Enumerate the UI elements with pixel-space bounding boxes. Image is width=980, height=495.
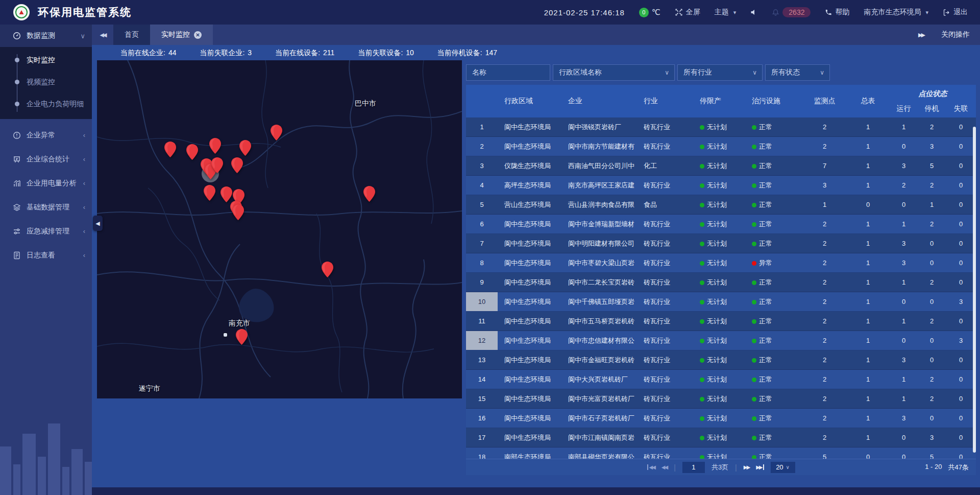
table-row[interactable]: 3仪陇生态环境局西南油气田分公司川中化工无计划正常71350 (466, 156, 976, 176)
tabs-scroll-left-button[interactable]: ◀◀ (92, 25, 113, 45)
datetime-display: 2021-02-25 17:46:18 (544, 8, 625, 17)
page-size-select[interactable]: 20 ∨ (771, 462, 795, 473)
sidebar-item-enterprise-statistics[interactable]: 企业综合统计 ‹ (0, 147, 92, 171)
table-row[interactable]: 13阆中生态环境局阆中市金福旺页岩机砖砖瓦行业无计划正常21300 (466, 350, 976, 370)
row-index: 17 (466, 428, 498, 447)
table-row[interactable]: 2阆中生态环境局阆中市南方节能建材有砖瓦行业无计划正常21030 (466, 137, 976, 156)
tabs-scroll-right-button[interactable]: ▶▶ (918, 32, 924, 38)
cell-monitor-points: 2 (803, 240, 846, 247)
table-row[interactable]: 16阆中生态环境局阆中市石子页岩机砖厂砖瓦行业无计划正常21300 (466, 409, 976, 428)
map-pin-icon[interactable] (231, 157, 243, 175)
cell-limit-status: 无计划 (700, 414, 752, 423)
cell-total-meters: 1 (846, 123, 890, 131)
last-page-button[interactable]: ▶▶ (756, 464, 764, 470)
name-search-input[interactable]: 名称 (466, 64, 550, 81)
sidebar: 数据监测 ∨ 实时监控 视频监控 企业电力负荷明细 企业异常 ‹ (0, 25, 92, 495)
mute-button[interactable] (750, 9, 757, 16)
map-panel[interactable]: 巴中市 南充市 遂宁市 ◀ (97, 60, 462, 398)
col-group-point-status: 点位状态 运行 停机 失联 (890, 85, 976, 117)
table-body: 1阆中生态环境局阆中强锐页岩砖厂砖瓦行业无计划正常211202阆中生态环境局阆中… (466, 117, 976, 459)
prev-page-button[interactable]: ◀◀ (662, 464, 667, 470)
help-label: 帮助 (835, 8, 849, 17)
map-pin-icon[interactable] (322, 262, 333, 279)
close-operations-button[interactable]: 关闭操作 (941, 30, 970, 39)
table-scrollbar[interactable] (973, 127, 976, 453)
cell-limit-status: 无计划 (700, 181, 752, 190)
help-button[interactable]: 帮助 (825, 8, 849, 17)
map-pin-icon[interactable] (236, 329, 248, 347)
sidebar-item-base-data-management[interactable]: 基础数据管理 ‹ (0, 195, 92, 219)
table-row[interactable]: 4高坪生态环境局南充市高坪区王家店建砖瓦行业无计划正常31220 (466, 176, 976, 195)
table-row[interactable]: 8阆中生态环境局阆中市枣碧大梁山页岩砖瓦行业无计划异常21300 (466, 253, 976, 273)
map-collapse-button[interactable]: ◀ (93, 216, 103, 231)
status-select[interactable]: 所有状态 ∨ (765, 64, 830, 81)
cell-industry: 砖瓦行业 (644, 356, 700, 365)
cell-limit-status: 无计划 (700, 336, 752, 345)
col-header-running: 运行 (890, 104, 918, 113)
table-row[interactable]: 12阆中生态环境局阆中市忠信建材有限公砖瓦行业无计划正常21003 (466, 331, 976, 350)
logout-button[interactable]: 退出 (943, 8, 968, 17)
table-row[interactable]: 14阆中生态环境局阆中大兴页岩机砖厂砖瓦行业无计划正常21120 (466, 370, 976, 389)
table-row[interactable]: 17阆中生态环境局阆中市江南镇阆南页岩砖瓦行业无计划正常21030 (466, 428, 976, 447)
stat-label: 当前停机设备: (437, 49, 482, 58)
tab-home[interactable]: 首页 (113, 25, 150, 45)
table-row[interactable]: 15阆中生态环境局阆中市光富页岩机砖厂砖瓦行业无计划正常21120 (466, 389, 976, 409)
cell-facility-status: 正常 (752, 123, 803, 132)
phone-icon (825, 9, 832, 16)
cell-total-meters: 1 (846, 434, 890, 441)
map-pin-icon[interactable] (232, 204, 244, 222)
map-pin-icon[interactable] (211, 157, 223, 175)
cell-limit-status: 无计划 (700, 297, 752, 307)
fullscreen-button[interactable]: 全屏 (675, 8, 700, 17)
cell-offline: 0 (946, 240, 976, 247)
cell-stopped: 2 (918, 317, 946, 325)
app-window: 环保用电监管系统 2021-02-25 17:46:18 0 ℃ 全屏 主题 (0, 0, 980, 495)
cell-monitor-points: 3 (803, 181, 846, 189)
table-row[interactable]: 11阆中生态环境局阆中市五马桥页岩机砖砖瓦行业无计划正常21120 (466, 312, 976, 331)
notification-area[interactable]: 2632 (772, 7, 811, 17)
sidebar-item-power-usage-analysis[interactable]: 企业用电量分析 ‹ (0, 171, 92, 195)
tab-close-icon[interactable]: ✕ (194, 31, 202, 39)
row-index: 15 (466, 389, 498, 408)
cell-total-meters: 1 (846, 356, 890, 364)
org-dropdown[interactable]: 南充市生态环境局 (864, 8, 928, 17)
status-dot-icon (752, 319, 756, 324)
chevron-down-icon: ∨ (786, 464, 790, 470)
cell-industry: 砖瓦行业 (644, 142, 700, 151)
status-dot-icon (752, 183, 756, 188)
table-row[interactable]: 6阆中生态环境局阆中市金博瑞新型墙材砖瓦行业无计划正常21120 (466, 215, 976, 234)
sidebar-item-power-load-detail[interactable]: 企业电力负荷明细 (0, 93, 92, 115)
cell-industry: 砖瓦行业 (644, 297, 700, 307)
table-row[interactable]: 18南部生态环境局南部县砌华页岩有限公砖瓦行业无计划正常50050 (466, 447, 976, 459)
map-pin-icon[interactable] (204, 185, 215, 203)
map-pin-icon[interactable] (363, 186, 375, 204)
cell-region: 仪陇生态环境局 (498, 161, 568, 171)
theme-dropdown[interactable]: 主题 (715, 8, 737, 17)
cell-limit-status: 无计划 (700, 123, 752, 132)
table-row[interactable]: 9阆中生态环境局阆中市二龙长宝页岩砖砖瓦行业无计划正常21120 (466, 273, 976, 292)
status-dot-icon (752, 397, 756, 402)
industry-select[interactable]: 所有行业 ∨ (677, 64, 763, 81)
town-marker-icon (224, 333, 227, 337)
sidebar-item-data-monitoring[interactable]: 数据监测 ∨ (0, 25, 92, 47)
sidebar-item-log-view[interactable]: 日志查看 ‹ (0, 243, 92, 267)
sidebar-item-enterprise-anomaly[interactable]: 企业异常 ‹ (0, 123, 92, 147)
map-pin-icon[interactable] (209, 138, 221, 156)
sidebar-item-realtime-monitoring[interactable]: 实时监控 (0, 49, 92, 71)
map-pin-icon[interactable] (164, 142, 176, 159)
next-page-button[interactable]: ▶▶ (744, 464, 749, 470)
region-select[interactable]: 行政区域名称 ∨ (553, 64, 675, 81)
table-row[interactable]: 5营山生态环境局营山县润丰肉食品有限食品无计划正常10010 (466, 195, 976, 215)
sidebar-item-video-monitoring[interactable]: 视频监控 (0, 71, 92, 93)
map-pin-icon[interactable] (186, 144, 198, 162)
table-row[interactable]: 10阆中生态环境局阆中千佛镇五郎垭页岩砖瓦行业无计划正常21003 (466, 292, 976, 312)
page-number-input[interactable]: 1 (682, 462, 705, 473)
cell-total-meters: 1 (846, 162, 890, 170)
tab-realtime-monitoring[interactable]: 实时监控 ✕ (150, 25, 213, 45)
map-pin-icon[interactable] (239, 140, 251, 158)
first-page-button[interactable]: ◀◀ (647, 464, 654, 470)
table-row[interactable]: 7阆中生态环境局阆中明阳建材有限公司砖瓦行业无计划正常21300 (466, 234, 976, 253)
table-row[interactable]: 1阆中生态环境局阆中强锐页岩砖厂砖瓦行业无计划正常21120 (466, 117, 976, 137)
map-pin-icon[interactable] (271, 125, 282, 143)
sidebar-item-emergency-reduction[interactable]: 应急减排管理 ‹ (0, 219, 92, 243)
